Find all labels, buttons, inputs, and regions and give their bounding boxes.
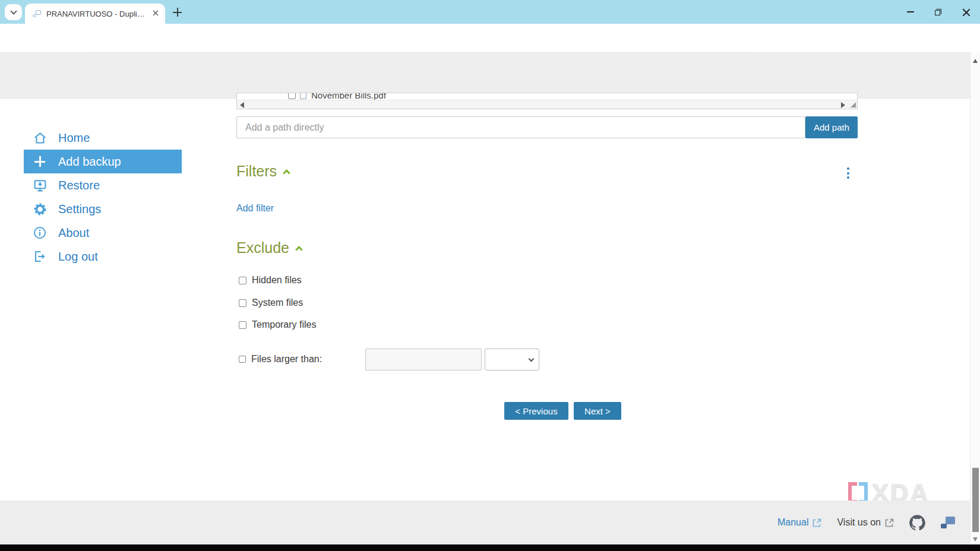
github-icon[interactable] (909, 515, 925, 531)
tab-search-button[interactable] (5, 4, 22, 20)
checkbox[interactable] (239, 356, 246, 363)
exclude-option-system-files[interactable]: System files (239, 297, 303, 308)
close-window-button[interactable] (952, 0, 980, 24)
filters-heading-label: Filters (236, 163, 277, 180)
exclude-option-temporary-files[interactable]: Temporary files (239, 319, 316, 330)
tab-close-icon[interactable] (152, 8, 159, 19)
checkbox-label: Hidden files (252, 275, 302, 286)
visit-us-label: Visit us on (837, 517, 881, 528)
minimize-icon (907, 11, 914, 12)
add-path-button[interactable]: Add path (805, 116, 858, 138)
filters-heading: Filters (236, 163, 289, 180)
manual-link-label[interactable]: Manual (777, 517, 808, 528)
exclude-option-hidden-files[interactable]: Hidden files (239, 275, 302, 286)
tree-item-checkbox[interactable] (288, 93, 296, 99)
exclude-heading-label: Exclude (236, 239, 289, 256)
restore-window-icon (935, 9, 941, 15)
sidebar-item-label: Settings (58, 202, 101, 216)
scroll-right-icon[interactable] (841, 102, 845, 108)
add-path-input[interactable] (236, 116, 805, 138)
tree-item-label: November Bills.pdf (311, 93, 386, 100)
sidebar-item-restore[interactable]: Restore (24, 173, 182, 197)
sidebar-item-label: About (58, 226, 89, 240)
app-footer: Manual Visit us on (0, 501, 980, 544)
checkbox[interactable] (239, 277, 246, 284)
sidebar-item-settings[interactable]: Settings (24, 197, 182, 221)
horizontal-scrollbar[interactable] (237, 100, 857, 109)
source-tree-panel[interactable]: November Bills.pdf (236, 93, 858, 109)
sidebar-nav: Home Add backup Restore Settings (24, 126, 182, 268)
close-window-icon (962, 8, 970, 16)
scroll-down-icon[interactable] (973, 537, 978, 542)
collapse-caret-icon[interactable] (295, 246, 303, 254)
sidebar-item-label: Add backup (58, 155, 121, 169)
vertical-scrollbar[interactable] (970, 52, 980, 544)
collapse-caret-icon[interactable] (283, 169, 290, 177)
browser-window: PRANAVIRTUOSO - Duplicati localhost:8200… (0, 0, 980, 551)
sidebar-item-label: Log out (58, 250, 98, 264)
scroll-left-icon[interactable] (240, 102, 244, 108)
app-header: Duplicati No scheduled tasks (0, 52, 980, 99)
gear-icon (32, 201, 48, 217)
checkbox-label: System files (252, 297, 303, 308)
tab-title: PRANAVIRTUOSO - Duplicati (46, 10, 147, 18)
add-filter-link[interactable]: Add filter (236, 203, 274, 214)
scroll-up-icon[interactable] (973, 59, 978, 63)
next-button[interactable]: Next > (574, 402, 621, 420)
size-unit-select[interactable] (485, 349, 539, 370)
chevron-down-icon (529, 356, 535, 362)
sidebar-item-home[interactable]: Home (24, 126, 182, 150)
file-icon (300, 93, 306, 99)
logout-icon (32, 249, 48, 264)
browser-toolbar: localhost:8200/ngax/index.html#/add ☆ K (0, 24, 980, 52)
restore-window-button[interactable] (924, 0, 952, 24)
duplicati-favicon-icon (33, 10, 41, 17)
checkbox-label: Files larger than: (251, 354, 322, 365)
exclude-heading: Exclude (236, 239, 302, 256)
resize-grip-icon[interactable] (851, 102, 856, 107)
home-icon (32, 130, 48, 145)
scrollbar-thumb[interactable] (972, 468, 979, 532)
new-tab-button[interactable] (173, 8, 182, 17)
browser-tab[interactable]: PRANAVIRTUOSO - Duplicati (25, 4, 165, 24)
sidebar-item-label: Restore (58, 179, 100, 192)
tab-strip: PRANAVIRTUOSO - Duplicati (0, 0, 980, 24)
sidebar-item-add-backup[interactable]: Add backup (24, 150, 182, 173)
external-link-icon (885, 518, 894, 527)
minimize-button[interactable] (896, 0, 924, 24)
page-content: Home Add backup Restore Settings (0, 99, 980, 501)
duplicati-mini-logo[interactable] (941, 517, 955, 528)
checkbox[interactable] (239, 299, 246, 307)
chevron-down-icon (10, 8, 17, 14)
window-controls (896, 0, 980, 24)
external-link-icon (813, 518, 821, 527)
visit-us-link[interactable]: Visit us on (837, 517, 894, 528)
sidebar-item-logout[interactable]: Log out (24, 245, 182, 268)
options-menu-icon[interactable] (845, 165, 852, 181)
previous-button[interactable]: < Previous (504, 402, 568, 420)
checkbox-label: Temporary files (252, 319, 316, 330)
checkbox[interactable] (239, 321, 246, 329)
exclude-option-size[interactable]: Files larger than: (239, 354, 322, 365)
size-value-input[interactable] (365, 349, 482, 370)
sidebar-item-about[interactable]: About (24, 221, 182, 245)
manual-link[interactable]: Manual (777, 517, 821, 528)
plus-icon (32, 154, 48, 169)
restore-icon (32, 178, 48, 193)
bottom-black-bar (0, 544, 980, 551)
info-icon (32, 225, 48, 240)
sidebar-item-label: Home (58, 131, 90, 145)
